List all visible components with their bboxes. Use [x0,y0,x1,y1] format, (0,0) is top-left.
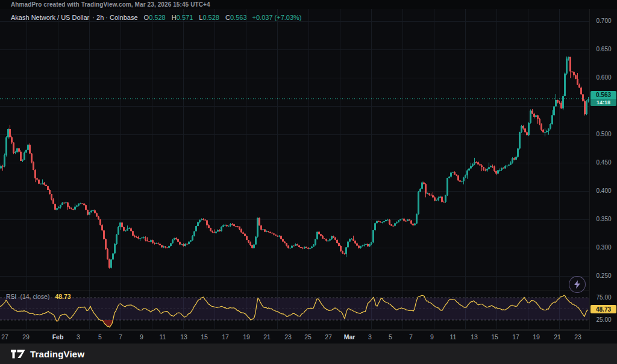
rsi-value-badge: 48.73 [590,305,616,313]
time-tick-label: 17 [512,333,519,340]
time-tick-label: Feb [52,333,64,340]
chart-area[interactable]: Akash Network / US Dollar · 2h · Coinbas… [0,0,589,330]
exchange-label: Coinbase [110,14,137,21]
brand-bar: TradingView [0,344,617,364]
rsi-name: RSI [6,293,17,300]
time-tick-label: 23 [284,333,292,340]
time-tick-label: 3 [77,333,80,340]
rsi-tick-label: 75.00 [590,294,617,301]
lightning-icon [574,280,580,289]
time-tick-label: 17 [222,333,229,340]
tradingview-brand-text[interactable]: TradingView [30,349,84,359]
high-label: H [172,14,177,21]
legend-separator: · [92,14,95,21]
open-label: O [144,14,149,21]
close-label: C [225,14,230,21]
time-tick-label: 3 [368,333,372,340]
price-tick-label: 0.250 [590,272,617,279]
time-tick-label: 19 [243,333,250,340]
price-tick-label: 0.450 [590,159,617,166]
price-tick-label: 0.350 [590,216,617,222]
time-tick-label: 23 [574,333,581,340]
time-tick-label: 7 [119,333,122,340]
open-value: 0.528 [149,14,166,21]
tradingview-chart-window: AhmadPro created with TradingView.com, M… [0,0,617,364]
axis-corner [589,330,617,344]
price-scale-axis[interactable]: 0.563 14:18 48.73 0.7000.6500.6000.5000.… [589,9,617,330]
high-value: 0.571 [177,14,193,21]
time-tick-label: 9 [140,333,143,340]
time-tick-label: 9 [430,333,434,340]
price-tick-label: 0.650 [590,46,617,52]
price-tick-label: 0.500 [590,131,617,137]
change-value: +0.037 (+7.03%) [252,14,302,21]
time-tick-label: 19 [533,333,540,340]
time-tick-label: 13 [180,333,187,340]
candlestick-rsi-canvas[interactable] [0,0,589,330]
low-value: 0.528 [202,14,219,21]
price-tick-label: 0.600 [590,74,617,81]
time-tick-label: 21 [554,333,561,340]
time-tick-label: 27 [1,333,8,340]
time-tick-label: 25 [304,333,312,340]
symbol-legend[interactable]: Akash Network / US Dollar · 2h · Coinbas… [11,14,302,21]
close-value: 0.563 [230,14,247,21]
time-tick-label: 15 [491,333,498,340]
rsi-current-value: 48.73 [55,293,70,300]
legend-separator: · [105,14,108,21]
time-tick-label: 11 [450,333,457,340]
last-price-badge: 0.563 14:18 [590,91,616,106]
interval-label: 2h [96,14,104,21]
time-tick-label: 27 [325,333,332,340]
price-tick-label: 0.300 [590,244,617,251]
rsi-indicator-legend[interactable]: RSI (14, close) 48.73 [6,293,71,300]
time-tick-label: 11 [160,333,166,340]
time-tick-label: 21 [263,333,271,340]
time-tick-label: Mar [344,333,355,340]
time-tick-label: 15 [201,333,208,340]
price-tick-label: 0.400 [590,187,617,194]
time-tick-label: 5 [98,333,102,340]
symbol-name: Akash Network / US Dollar [11,14,89,21]
boost-button[interactable] [569,276,586,293]
time-axis[interactable]: 2729Feb3579111315171921232527Mar35791113… [0,330,589,344]
time-tick-label: 5 [389,333,392,340]
time-tick-label: 13 [471,333,478,340]
rsi-params: (14, close) [20,293,49,300]
time-tick-label: 7 [409,333,413,340]
last-price-value: 0.563 [590,91,616,99]
time-tick-label: 29 [22,333,30,340]
rsi-tick-label: 25.00 [590,316,617,323]
price-tick-label: 0.700 [590,17,617,24]
bar-countdown: 14:18 [590,99,616,106]
tradingview-logo-icon[interactable] [11,350,25,359]
